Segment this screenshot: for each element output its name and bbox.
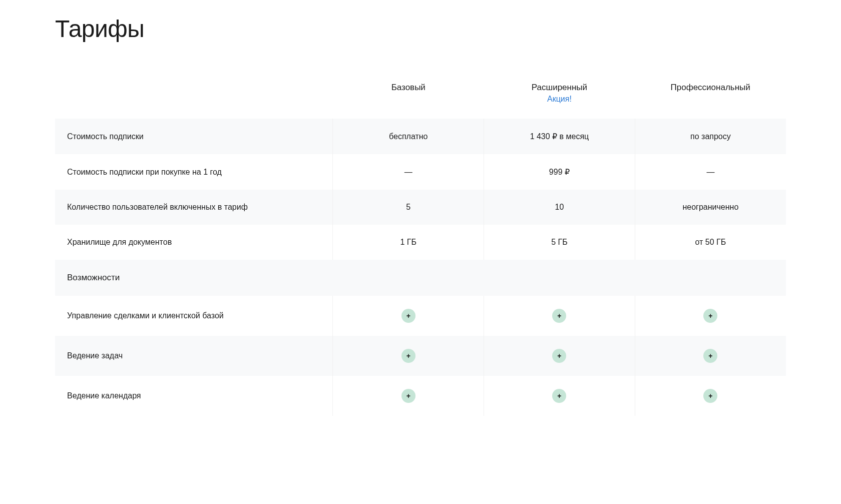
plus-icon: + bbox=[703, 389, 717, 403]
cell-text: бесплатно bbox=[389, 132, 428, 141]
cell-text: 5 ГБ bbox=[551, 238, 568, 246]
table-row: Управление сделками и клиентской базой++… bbox=[55, 296, 786, 336]
cell-value: + bbox=[484, 336, 635, 376]
cell-text: 1 ГБ bbox=[400, 238, 416, 246]
cell-value: + bbox=[484, 376, 635, 416]
table-row: Ведение календаря+++ bbox=[55, 376, 786, 416]
row-label: Количество пользователей включенных в та… bbox=[55, 190, 333, 225]
cell-value: по запросу bbox=[635, 119, 786, 154]
plan-header-row: Базовый Расширенный Акция! Профессиональ… bbox=[55, 73, 786, 119]
plus-icon: + bbox=[401, 389, 415, 403]
cell-value: + bbox=[635, 336, 786, 376]
cell-text: 10 bbox=[555, 203, 564, 211]
section-header-row: Возможности bbox=[55, 260, 786, 296]
cell-value: + bbox=[635, 376, 786, 416]
plan-badge[interactable]: Акция! bbox=[496, 95, 623, 104]
cell-text: 999 ₽ bbox=[549, 168, 570, 176]
cell-value: неограниченно bbox=[635, 190, 786, 225]
plan-name: Расширенный bbox=[496, 83, 623, 93]
section-label: Возможности bbox=[55, 260, 786, 296]
cell-text: 5 bbox=[406, 203, 410, 211]
plus-icon: + bbox=[552, 349, 566, 363]
plus-icon: + bbox=[401, 349, 415, 363]
cell-value: + bbox=[484, 296, 635, 336]
page-title: Тарифы bbox=[55, 15, 786, 43]
plan-name: Базовый bbox=[345, 83, 472, 93]
plan-header-professional: Профессиональный bbox=[635, 73, 786, 119]
table-row: Стоимость подписки при покупке на 1 год—… bbox=[55, 154, 786, 190]
table-row: Хранилище для документов1 ГБ5 ГБот 50 ГБ bbox=[55, 225, 786, 260]
row-label: Ведение календаря bbox=[55, 376, 333, 416]
cell-text: по запросу bbox=[690, 132, 731, 141]
row-label: Хранилище для документов bbox=[55, 225, 333, 260]
row-label: Ведение задач bbox=[55, 336, 333, 376]
plus-icon: + bbox=[552, 389, 566, 403]
cell-value: + bbox=[333, 376, 484, 416]
cell-value: 1 ГБ bbox=[333, 225, 484, 260]
cell-value: + bbox=[635, 296, 786, 336]
plan-name: Профессиональный bbox=[647, 83, 774, 93]
table-row: Количество пользователей включенных в та… bbox=[55, 190, 786, 225]
pricing-table: Базовый Расширенный Акция! Профессиональ… bbox=[55, 73, 786, 416]
row-label: Стоимость подписки при покупке на 1 год bbox=[55, 154, 333, 190]
cell-value: 10 bbox=[484, 190, 635, 225]
row-label: Стоимость подписки bbox=[55, 119, 333, 154]
table-row: Ведение задач+++ bbox=[55, 336, 786, 376]
row-label: Управление сделками и клиентской базой bbox=[55, 296, 333, 336]
cell-value: от 50 ГБ bbox=[635, 225, 786, 260]
cell-text: — bbox=[404, 168, 412, 176]
cell-value: — bbox=[333, 154, 484, 190]
plus-icon: + bbox=[401, 309, 415, 323]
cell-value: + bbox=[333, 296, 484, 336]
table-row: Стоимость подпискибесплатно1 430 ₽ в мес… bbox=[55, 119, 786, 154]
cell-value: + bbox=[333, 336, 484, 376]
cell-value: 5 ГБ bbox=[484, 225, 635, 260]
cell-text: 1 430 ₽ в месяц bbox=[530, 132, 589, 141]
plus-icon: + bbox=[552, 309, 566, 323]
cell-text: — bbox=[706, 168, 714, 176]
cell-value: 1 430 ₽ в месяц bbox=[484, 119, 635, 154]
plus-icon: + bbox=[703, 349, 717, 363]
cell-value: 5 bbox=[333, 190, 484, 225]
cell-text: от 50 ГБ bbox=[695, 238, 726, 246]
cell-value: — bbox=[635, 154, 786, 190]
cell-text: неограниченно bbox=[682, 203, 738, 211]
cell-value: 999 ₽ bbox=[484, 154, 635, 190]
plan-header-extended: Расширенный Акция! bbox=[484, 73, 635, 119]
cell-value: бесплатно bbox=[333, 119, 484, 154]
plus-icon: + bbox=[703, 309, 717, 323]
plan-header-basic: Базовый bbox=[333, 73, 484, 119]
